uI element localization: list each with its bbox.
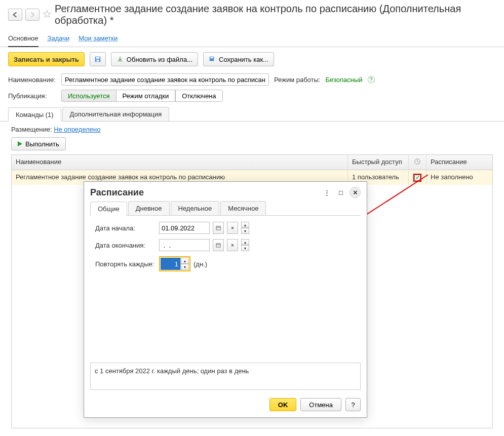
start-date-clear-icon[interactable]: × bbox=[227, 222, 238, 234]
pub-debug-button[interactable]: Режим отладки bbox=[116, 90, 176, 102]
start-date-label: Дата начала: bbox=[95, 224, 156, 232]
end-date-picker-icon[interactable] bbox=[213, 239, 224, 251]
schedule-summary: с 1 сентября 2022 г. каждый день; один р… bbox=[90, 363, 361, 390]
dialog-close-icon[interactable]: ✕ bbox=[350, 187, 361, 198]
nav-tab-main[interactable]: Основное bbox=[8, 31, 38, 47]
svg-rect-9 bbox=[216, 244, 220, 247]
nav-forward-button[interactable] bbox=[25, 9, 40, 21]
favorite-icon[interactable] bbox=[43, 10, 52, 20]
start-date-input[interactable] bbox=[159, 222, 210, 234]
publication-label: Публикация: bbox=[8, 92, 56, 100]
tab-addinfo[interactable]: Дополнительная информация bbox=[62, 107, 170, 121]
start-spin-down[interactable]: ▼ bbox=[241, 228, 249, 234]
end-spin-down[interactable]: ▼ bbox=[241, 245, 249, 251]
cell-schedule-text: Не заполнено bbox=[427, 170, 492, 185]
nav-tab-notes[interactable]: Мои заметки bbox=[79, 31, 118, 47]
update-from-file-label: Обновить из файла... bbox=[127, 56, 192, 63]
cell-schedule-checkbox[interactable]: ✓ bbox=[409, 170, 427, 185]
dtab-daily[interactable]: Дневное bbox=[128, 201, 170, 215]
col-header-schedule[interactable]: Расписание bbox=[427, 155, 492, 170]
repeat-label: Повторять каждые: bbox=[95, 260, 156, 268]
save-as-button[interactable]: Сохранить как... bbox=[203, 52, 274, 66]
start-spin-up[interactable]: ▲ bbox=[241, 222, 249, 228]
save-as-label: Сохранить как... bbox=[219, 56, 268, 63]
pub-off-button[interactable]: Отключена bbox=[175, 90, 222, 102]
placement-link[interactable]: Не определено bbox=[54, 126, 100, 133]
save-close-button[interactable]: Записать и закрыть bbox=[8, 52, 85, 66]
save-button[interactable] bbox=[90, 52, 106, 66]
update-from-file-button[interactable]: Обновить из файла... bbox=[111, 52, 198, 66]
end-date-input[interactable] bbox=[159, 239, 210, 251]
nav-back-button[interactable] bbox=[8, 9, 22, 21]
help-icon[interactable]: ? bbox=[368, 76, 375, 83]
play-icon bbox=[18, 141, 22, 146]
svg-rect-7 bbox=[216, 226, 220, 230]
page-title: Регламентное задание создание заявок на … bbox=[55, 3, 496, 26]
dtab-monthly[interactable]: Месячное bbox=[220, 201, 266, 215]
dtab-weekly[interactable]: Недельное bbox=[171, 201, 220, 215]
dialog-help-button[interactable]: ? bbox=[345, 398, 361, 411]
dialog-ok-button[interactable]: OK bbox=[269, 398, 297, 411]
dialog-maximize-icon[interactable]: □ bbox=[335, 187, 346, 198]
col-header-name[interactable]: Наименование bbox=[12, 155, 348, 170]
repeat-spin-up[interactable]: ▲ bbox=[181, 258, 189, 264]
repeat-spin-down[interactable]: ▼ bbox=[181, 264, 189, 270]
tab-commands[interactable]: Команды (1) bbox=[8, 107, 61, 122]
execute-button[interactable]: Выполнить bbox=[11, 137, 66, 150]
svg-rect-4 bbox=[211, 57, 213, 59]
schedule-dialog: Расписание ⋮ □ ✕ Общие Дневное Недельное… bbox=[84, 181, 367, 418]
dialog-title: Расписание bbox=[90, 187, 318, 198]
mode-label: Режим работы: bbox=[274, 76, 320, 84]
svg-rect-1 bbox=[96, 57, 99, 59]
svg-rect-2 bbox=[96, 60, 99, 62]
start-date-picker-icon[interactable] bbox=[213, 222, 224, 234]
name-input[interactable] bbox=[61, 73, 269, 86]
mode-value[interactable]: Безопасный bbox=[325, 76, 362, 84]
end-date-label: Дата окончания: bbox=[95, 242, 156, 249]
dialog-menu-icon[interactable]: ⋮ bbox=[321, 187, 332, 198]
execute-label: Выполнить bbox=[25, 140, 59, 148]
col-header-access[interactable]: Быстрый доступ bbox=[348, 155, 409, 170]
nav-tab-tasks[interactable]: Задачи bbox=[48, 31, 70, 47]
end-date-clear-icon[interactable]: × bbox=[227, 239, 238, 251]
pub-used-button[interactable]: Используется bbox=[61, 90, 116, 102]
dtab-general[interactable]: Общие bbox=[90, 202, 127, 216]
name-label: Наименование: bbox=[8, 76, 56, 84]
repeat-input[interactable] bbox=[161, 258, 181, 270]
dialog-cancel-button[interactable]: Отмена bbox=[300, 398, 341, 411]
col-header-schedule-icon[interactable] bbox=[409, 155, 427, 170]
repeat-unit: (дн.) bbox=[193, 260, 207, 268]
placement-label: Размещение: bbox=[11, 126, 52, 133]
end-spin-up[interactable]: ▲ bbox=[241, 239, 249, 245]
